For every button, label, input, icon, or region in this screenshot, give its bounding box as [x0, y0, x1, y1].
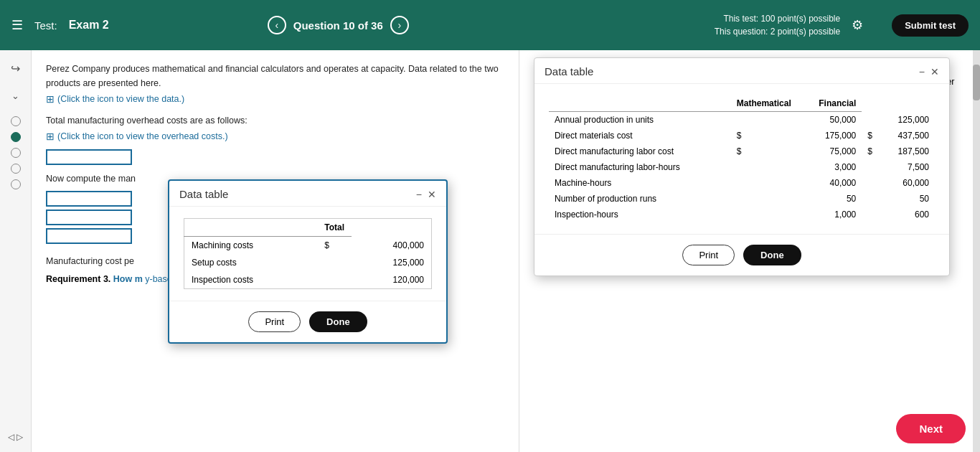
prev-question-button[interactable]: ‹	[268, 16, 286, 34]
left-panel: Perez Company produces mathematical and …	[32, 50, 519, 452]
modal-overhead-costs: Data table − ✕ Total	[168, 179, 448, 344]
cost-value: 125,000	[352, 254, 431, 271]
data-table-row: Annual production in units 50,000 125,00…	[549, 112, 935, 128]
sidebar-radio-2[interactable]	[11, 132, 21, 142]
cost-label: Machining costs	[184, 237, 318, 255]
data-row-val2: 125,000	[878, 112, 935, 128]
data-col-fin: Financial	[797, 95, 862, 112]
cost-col-total: Total	[317, 219, 352, 237]
grid-icon-overhead: ⊞	[46, 131, 55, 142]
cost-table-row: Machining costs $ 400,000	[184, 237, 432, 255]
data-row-label: Direct manufacturing labor-hours	[549, 159, 731, 175]
data-row-val1: 3,000	[797, 159, 862, 175]
question-counter: Question 10 of 36	[293, 19, 383, 32]
data-table-row: Inspection-hours 1,000 600	[549, 207, 935, 222]
data-row-val2: 7,500	[878, 159, 935, 175]
this-test-score: This test: 100 point(s) possible	[723, 14, 840, 24]
sidebar-radio-5[interactable]	[11, 179, 21, 189]
data-row-val2: 50	[878, 191, 935, 207]
modal-right-done-button[interactable]: Done	[743, 245, 801, 265]
data-row-val1: 50,000	[797, 112, 862, 128]
modal-right-header: Data table − ✕	[534, 58, 949, 84]
cost-table: Total Machining costs $ 400,000 Setup co…	[184, 218, 432, 289]
next-button[interactable]: Next	[896, 414, 966, 443]
content-area: Perez Company produces mathematical and …	[32, 50, 980, 452]
modal-right-controls: − ✕	[919, 66, 939, 77]
data-table-row: Direct manufacturing labor cost $ 75,000…	[549, 143, 935, 159]
modal-left-done-button[interactable]: Done	[309, 311, 367, 332]
sidebar-flag-icon[interactable]: ⌄	[5, 85, 27, 106]
data-row-label: Annual production in units	[549, 112, 731, 128]
cost-label: Inspection costs	[184, 271, 318, 289]
this-question-score: This question: 2 point(s) possible	[715, 27, 840, 37]
modal-right-body: Mathematical Financial Annual production…	[534, 84, 949, 234]
data-row-val2: 187,500	[878, 143, 935, 159]
modal-right-footer: Print Done	[534, 234, 949, 276]
modal-left-title: Data table	[179, 188, 228, 200]
right-scrollbar[interactable]	[973, 50, 980, 452]
data-col-math: Mathematical	[731, 95, 797, 112]
modal-left-body: Total Machining costs $ 400,000 Setup co…	[169, 207, 446, 301]
test-prefix-label: Test:	[34, 19, 57, 32]
main-content: ↪ ⌄ ◁ ▷ Perez Company produces mathemati…	[0, 50, 980, 452]
sidebar-radio-3[interactable]	[11, 148, 21, 158]
cost-col-empty	[184, 219, 318, 237]
data-row-val1: 40,000	[797, 175, 862, 191]
header: ☰ Test: Exam 2 ‹ Question 10 of 36 › Thi…	[0, 0, 980, 50]
answer-input-1[interactable]	[46, 149, 132, 165]
test-name-label: Exam 2	[69, 19, 109, 32]
cost-table-row: Inspection costs 120,000	[184, 271, 432, 289]
submit-test-button[interactable]: Submit test	[892, 14, 969, 37]
grid-icon-data: ⊞	[46, 93, 55, 105]
answer-input-2[interactable]	[46, 191, 132, 207]
modal-left-header: Data table − ✕	[169, 181, 446, 207]
modal-left-minimize[interactable]: −	[416, 189, 422, 200]
modal-right-print-button[interactable]: Print	[682, 245, 735, 265]
data-row-val2: 60,000	[878, 175, 935, 191]
modal-left-close[interactable]: ✕	[428, 189, 436, 200]
data-col-empty	[549, 95, 731, 112]
data-row-val2: 600	[878, 207, 935, 222]
cost-symbol: $	[317, 237, 352, 255]
data-row-val2: 437,500	[878, 128, 935, 143]
data-table-row: Number of production runs 50 50	[549, 191, 935, 207]
data-row-val1: 75,000	[797, 143, 862, 159]
cost-symbol	[317, 254, 352, 271]
sidebar-expand-icon[interactable]: ◁ ▷	[5, 426, 27, 448]
data-row-val1: 1,000	[797, 207, 862, 222]
data-table-row: Machine-hours 40,000 60,000	[549, 175, 935, 191]
modal-left-controls: − ✕	[416, 189, 436, 200]
sidebar-radio-1[interactable]	[11, 116, 21, 126]
cost-value: 400,000	[352, 237, 431, 255]
cost-table-row: Setup costs 125,000	[184, 254, 432, 271]
data-row-val1: 50	[797, 191, 862, 207]
data-table: Mathematical Financial Annual production…	[549, 95, 935, 222]
sidebar-arrow-icon[interactable]: ↪	[5, 57, 27, 79]
data-row-label: Number of production runs	[549, 191, 731, 207]
gear-icon[interactable]: ⚙	[852, 17, 863, 33]
modal-left-footer: Print Done	[169, 301, 446, 342]
menu-icon[interactable]: ☰	[11, 17, 23, 33]
overhead-label: Total manufacturing overhead costs are a…	[46, 113, 504, 128]
answer-input-3[interactable]	[46, 209, 132, 225]
left-sidebar: ↪ ⌄ ◁ ▷	[0, 50, 32, 452]
click-overhead-link[interactable]: ⊞ (Click the icon to view the overhead c…	[46, 131, 504, 142]
cost-symbol	[317, 271, 352, 289]
modal-data-table: Data table − ✕ Mathematical Financial	[534, 57, 950, 276]
input-row-1	[46, 149, 504, 165]
modal-right-minimize[interactable]: −	[919, 66, 925, 77]
score-info: This test: 100 point(s) possible This qu…	[715, 14, 840, 37]
data-table-row: Direct materials cost $ 175,000 $ 437,50…	[549, 128, 935, 143]
modal-left-print-button[interactable]: Print	[248, 311, 301, 332]
input-section	[46, 149, 504, 165]
modal-right-close[interactable]: ✕	[930, 66, 939, 77]
sidebar-radio-4[interactable]	[11, 164, 21, 174]
click-data-link[interactable]: ⊞ (Click the icon to view the data.)	[46, 93, 504, 105]
data-row-label: Direct manufacturing labor cost	[549, 143, 731, 159]
cost-label: Setup costs	[184, 254, 318, 271]
question-navigation: ‹ Question 10 of 36 ›	[268, 16, 409, 34]
right-scroll-thumb	[973, 65, 980, 100]
data-row-val1: 175,000	[797, 128, 862, 143]
next-question-button[interactable]: ›	[390, 16, 409, 34]
answer-input-4[interactable]	[46, 228, 132, 244]
